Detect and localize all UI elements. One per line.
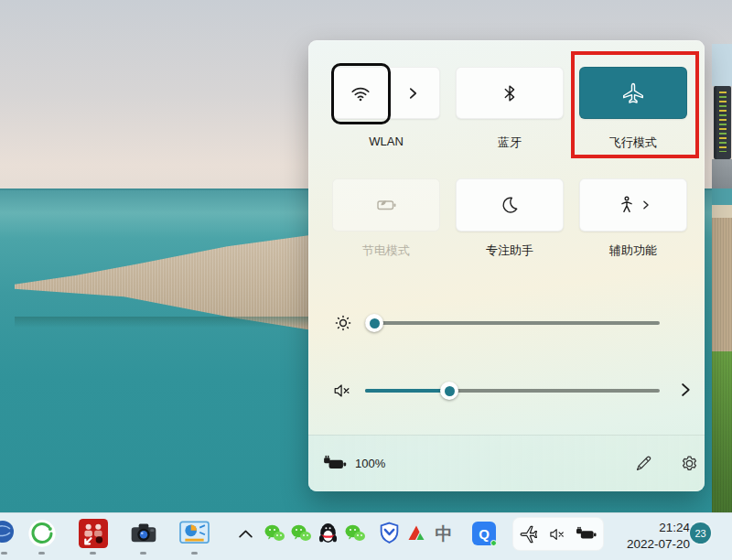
settings-button[interactable] [680,454,699,473]
clock-time: 21:24 [627,520,690,536]
strip-sky [712,44,732,86]
airplane-mode-label: 飞行模式 [579,135,687,151]
tray-wechat-1[interactable] [264,522,285,544]
quick-settings-panel: WLAN 蓝牙 飞行模式 [308,40,705,491]
taskbar: 中 Q 21:24 2022-07-20 [0,512,732,560]
strip-tan-grass [712,218,732,351]
tray-security-shield[interactable] [378,522,401,545]
accessibility-label: 辅助功能 [579,242,687,259]
taskbar-app-red-people[interactable] [79,519,108,548]
clock-date: 2022-07-20 [627,536,690,553]
battery-saver-label: 节电模式 [332,242,440,259]
volume-expand-chevron-icon[interactable] [678,382,693,397]
strip-mountains [712,159,732,188]
accessibility-tile[interactable] [579,178,687,232]
taskbar-app-green-ring[interactable] [27,519,57,548]
bluetooth-tile[interactable] [456,67,564,119]
wlan-tile[interactable] [332,67,440,119]
focus-assist-tile[interactable] [456,178,564,232]
pencil-icon [634,454,653,473]
quick-settings-footer: 100% [308,435,705,491]
airplane-mode-tile[interactable] [579,67,687,119]
battery-charging-icon [323,455,349,472]
chevron-up-icon [238,529,253,539]
battery-status[interactable]: 100% [323,455,385,472]
desktop: WLAN 蓝牙 飞行模式 [0,0,732,560]
airplane-mode-tray-icon [519,524,539,544]
gear-icon [680,454,699,473]
volume-slider-thumb[interactable] [440,382,458,400]
bluetooth-icon [500,83,520,103]
accessibility-expand-chevron-icon [641,200,651,210]
wallpaper-grass-reflection [15,317,317,328]
battery-tray-icon [576,526,598,542]
battery-saver-icon [374,195,398,215]
tray-show-hidden-icons[interactable] [236,527,254,540]
ime-chinese-label: 中 [436,522,453,546]
taskbar-app-globe[interactable] [0,520,15,544]
airplane-icon [621,81,645,105]
wlan-label: WLAN [332,135,440,148]
sun-icon [332,312,354,334]
notification-badge[interactable]: 23 [690,522,711,544]
bluetooth-label: 蓝牙 [456,135,564,151]
strip-green-grass [712,351,732,512]
volume-slider-fill [365,389,449,393]
tray-qq[interactable] [317,522,339,545]
taskbar-app-camera[interactable] [129,519,158,548]
moon-icon [500,195,520,215]
focus-assist-label: 专注助手 [456,242,564,259]
battery-saver-tile [332,178,440,232]
q-browser-icon: Q [472,522,496,545]
battery-percent-label: 100% [355,457,385,470]
tray-q-browser[interactable]: Q [472,522,496,545]
tray-wechat-3[interactable] [344,522,366,544]
speaker-muted-icon[interactable] [332,381,352,401]
tray-red-green-app[interactable] [405,522,427,544]
wifi-icon [350,82,371,104]
taskbar-clock[interactable]: 21:24 2022-07-20 [627,520,690,553]
accessibility-icon [617,195,637,215]
taskbar-app-screen-share[interactable] [179,520,210,547]
tray-ime-chinese[interactable]: 中 [432,522,456,546]
brightness-slider-track[interactable] [365,321,660,325]
volume-muted-tray-icon [548,525,566,544]
strip-water [712,188,732,205]
background-window-strip [712,44,732,512]
edit-quick-settings-button[interactable] [634,454,653,473]
brightness-slider-thumb[interactable] [365,314,383,332]
wlan-expand-chevron-icon[interactable] [407,87,419,99]
skyscraper-photo [714,86,731,159]
strip-sand [712,205,732,218]
system-tray-quick-settings[interactable] [512,517,604,551]
tray-wechat-2[interactable] [290,522,312,544]
